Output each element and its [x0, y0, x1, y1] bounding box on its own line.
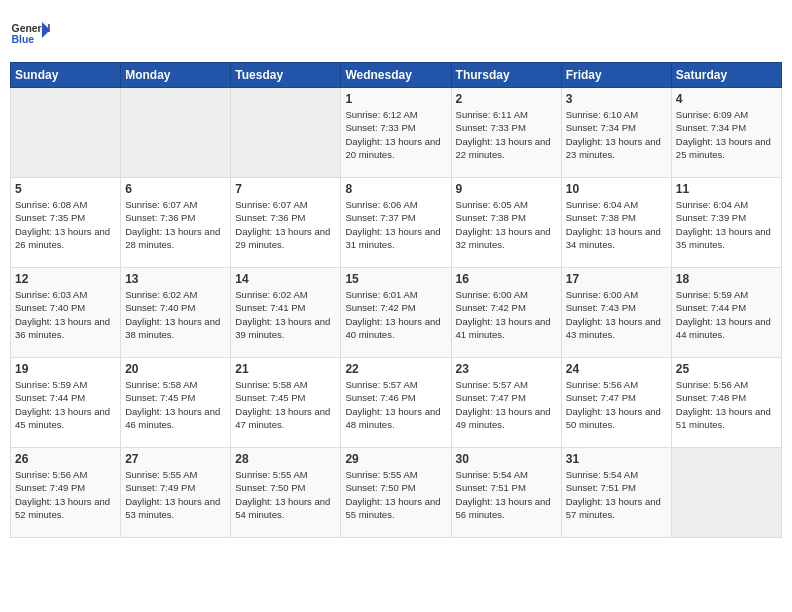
- svg-text:Blue: Blue: [12, 34, 35, 45]
- calendar-cell: 26Sunrise: 5:56 AMSunset: 7:49 PMDayligh…: [11, 448, 121, 538]
- day-number: 11: [676, 182, 777, 196]
- day-number: 6: [125, 182, 226, 196]
- calendar-cell: 14Sunrise: 6:02 AMSunset: 7:41 PMDayligh…: [231, 268, 341, 358]
- day-info: Sunrise: 6:00 AMSunset: 7:42 PMDaylight:…: [456, 288, 557, 341]
- day-number: 5: [15, 182, 116, 196]
- day-info: Sunrise: 6:07 AMSunset: 7:36 PMDaylight:…: [125, 198, 226, 251]
- day-number: 30: [456, 452, 557, 466]
- day-number: 13: [125, 272, 226, 286]
- calendar-cell: 22Sunrise: 5:57 AMSunset: 7:46 PMDayligh…: [341, 358, 451, 448]
- calendar-cell: 5Sunrise: 6:08 AMSunset: 7:35 PMDaylight…: [11, 178, 121, 268]
- calendar-cell: 29Sunrise: 5:55 AMSunset: 7:50 PMDayligh…: [341, 448, 451, 538]
- calendar-week-3: 12Sunrise: 6:03 AMSunset: 7:40 PMDayligh…: [11, 268, 782, 358]
- day-info: Sunrise: 5:56 AMSunset: 7:49 PMDaylight:…: [15, 468, 116, 521]
- calendar-cell: 23Sunrise: 5:57 AMSunset: 7:47 PMDayligh…: [451, 358, 561, 448]
- day-number: 17: [566, 272, 667, 286]
- day-info: Sunrise: 6:11 AMSunset: 7:33 PMDaylight:…: [456, 108, 557, 161]
- calendar-week-4: 19Sunrise: 5:59 AMSunset: 7:44 PMDayligh…: [11, 358, 782, 448]
- weekday-header-saturday: Saturday: [671, 63, 781, 88]
- calendar-cell: 12Sunrise: 6:03 AMSunset: 7:40 PMDayligh…: [11, 268, 121, 358]
- calendar-cell: 9Sunrise: 6:05 AMSunset: 7:38 PMDaylight…: [451, 178, 561, 268]
- day-info: Sunrise: 5:58 AMSunset: 7:45 PMDaylight:…: [125, 378, 226, 431]
- calendar-cell: [11, 88, 121, 178]
- day-info: Sunrise: 6:00 AMSunset: 7:43 PMDaylight:…: [566, 288, 667, 341]
- day-info: Sunrise: 5:59 AMSunset: 7:44 PMDaylight:…: [15, 378, 116, 431]
- calendar-cell: 8Sunrise: 6:06 AMSunset: 7:37 PMDaylight…: [341, 178, 451, 268]
- calendar-cell: [121, 88, 231, 178]
- calendar-table: SundayMondayTuesdayWednesdayThursdayFrid…: [10, 62, 782, 538]
- header: General Blue: [10, 10, 782, 54]
- day-info: Sunrise: 6:02 AMSunset: 7:41 PMDaylight:…: [235, 288, 336, 341]
- day-number: 20: [125, 362, 226, 376]
- calendar-cell: 11Sunrise: 6:04 AMSunset: 7:39 PMDayligh…: [671, 178, 781, 268]
- day-info: Sunrise: 5:57 AMSunset: 7:46 PMDaylight:…: [345, 378, 446, 431]
- weekday-header-row: SundayMondayTuesdayWednesdayThursdayFrid…: [11, 63, 782, 88]
- day-number: 18: [676, 272, 777, 286]
- day-info: Sunrise: 5:57 AMSunset: 7:47 PMDaylight:…: [456, 378, 557, 431]
- day-info: Sunrise: 5:55 AMSunset: 7:50 PMDaylight:…: [345, 468, 446, 521]
- day-info: Sunrise: 5:56 AMSunset: 7:48 PMDaylight:…: [676, 378, 777, 431]
- day-info: Sunrise: 6:04 AMSunset: 7:38 PMDaylight:…: [566, 198, 667, 251]
- calendar-cell: 1Sunrise: 6:12 AMSunset: 7:33 PMDaylight…: [341, 88, 451, 178]
- day-number: 23: [456, 362, 557, 376]
- calendar-cell: 6Sunrise: 6:07 AMSunset: 7:36 PMDaylight…: [121, 178, 231, 268]
- day-number: 24: [566, 362, 667, 376]
- calendar-cell: 16Sunrise: 6:00 AMSunset: 7:42 PMDayligh…: [451, 268, 561, 358]
- day-number: 9: [456, 182, 557, 196]
- day-info: Sunrise: 5:56 AMSunset: 7:47 PMDaylight:…: [566, 378, 667, 431]
- calendar-cell: 28Sunrise: 5:55 AMSunset: 7:50 PMDayligh…: [231, 448, 341, 538]
- day-number: 10: [566, 182, 667, 196]
- calendar-cell: 18Sunrise: 5:59 AMSunset: 7:44 PMDayligh…: [671, 268, 781, 358]
- day-info: Sunrise: 6:03 AMSunset: 7:40 PMDaylight:…: [15, 288, 116, 341]
- day-number: 8: [345, 182, 446, 196]
- day-info: Sunrise: 6:01 AMSunset: 7:42 PMDaylight:…: [345, 288, 446, 341]
- day-number: 15: [345, 272, 446, 286]
- day-number: 2: [456, 92, 557, 106]
- day-info: Sunrise: 6:05 AMSunset: 7:38 PMDaylight:…: [456, 198, 557, 251]
- day-number: 3: [566, 92, 667, 106]
- calendar-cell: 20Sunrise: 5:58 AMSunset: 7:45 PMDayligh…: [121, 358, 231, 448]
- calendar-cell: 25Sunrise: 5:56 AMSunset: 7:48 PMDayligh…: [671, 358, 781, 448]
- calendar-cell: 13Sunrise: 6:02 AMSunset: 7:40 PMDayligh…: [121, 268, 231, 358]
- logo: General Blue: [10, 14, 54, 54]
- calendar-week-5: 26Sunrise: 5:56 AMSunset: 7:49 PMDayligh…: [11, 448, 782, 538]
- day-number: 28: [235, 452, 336, 466]
- day-number: 4: [676, 92, 777, 106]
- day-number: 14: [235, 272, 336, 286]
- calendar-cell: 31Sunrise: 5:54 AMSunset: 7:51 PMDayligh…: [561, 448, 671, 538]
- day-number: 1: [345, 92, 446, 106]
- calendar-cell: 4Sunrise: 6:09 AMSunset: 7:34 PMDaylight…: [671, 88, 781, 178]
- day-number: 25: [676, 362, 777, 376]
- day-number: 29: [345, 452, 446, 466]
- weekday-header-sunday: Sunday: [11, 63, 121, 88]
- weekday-header-thursday: Thursday: [451, 63, 561, 88]
- calendar-cell: 2Sunrise: 6:11 AMSunset: 7:33 PMDaylight…: [451, 88, 561, 178]
- day-info: Sunrise: 5:54 AMSunset: 7:51 PMDaylight:…: [566, 468, 667, 521]
- calendar-cell: 30Sunrise: 5:54 AMSunset: 7:51 PMDayligh…: [451, 448, 561, 538]
- calendar-cell: 15Sunrise: 6:01 AMSunset: 7:42 PMDayligh…: [341, 268, 451, 358]
- calendar-cell: 10Sunrise: 6:04 AMSunset: 7:38 PMDayligh…: [561, 178, 671, 268]
- calendar-cell: [231, 88, 341, 178]
- day-number: 22: [345, 362, 446, 376]
- day-info: Sunrise: 5:58 AMSunset: 7:45 PMDaylight:…: [235, 378, 336, 431]
- day-number: 12: [15, 272, 116, 286]
- calendar-cell: 21Sunrise: 5:58 AMSunset: 7:45 PMDayligh…: [231, 358, 341, 448]
- day-info: Sunrise: 6:08 AMSunset: 7:35 PMDaylight:…: [15, 198, 116, 251]
- calendar-cell: 27Sunrise: 5:55 AMSunset: 7:49 PMDayligh…: [121, 448, 231, 538]
- day-info: Sunrise: 6:09 AMSunset: 7:34 PMDaylight:…: [676, 108, 777, 161]
- calendar-cell: [671, 448, 781, 538]
- day-number: 31: [566, 452, 667, 466]
- day-number: 16: [456, 272, 557, 286]
- day-number: 27: [125, 452, 226, 466]
- day-info: Sunrise: 6:06 AMSunset: 7:37 PMDaylight:…: [345, 198, 446, 251]
- calendar-cell: 19Sunrise: 5:59 AMSunset: 7:44 PMDayligh…: [11, 358, 121, 448]
- weekday-header-tuesday: Tuesday: [231, 63, 341, 88]
- day-info: Sunrise: 6:12 AMSunset: 7:33 PMDaylight:…: [345, 108, 446, 161]
- calendar-cell: 3Sunrise: 6:10 AMSunset: 7:34 PMDaylight…: [561, 88, 671, 178]
- day-info: Sunrise: 6:02 AMSunset: 7:40 PMDaylight:…: [125, 288, 226, 341]
- day-number: 26: [15, 452, 116, 466]
- weekday-header-monday: Monday: [121, 63, 231, 88]
- calendar-cell: 17Sunrise: 6:00 AMSunset: 7:43 PMDayligh…: [561, 268, 671, 358]
- day-info: Sunrise: 6:10 AMSunset: 7:34 PMDaylight:…: [566, 108, 667, 161]
- day-number: 21: [235, 362, 336, 376]
